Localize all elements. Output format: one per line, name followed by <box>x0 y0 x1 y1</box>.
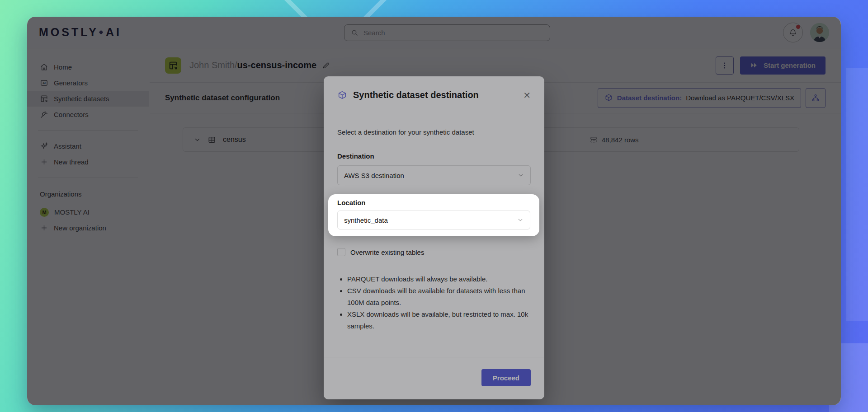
location-spotlight: Location synthetic_data <box>328 194 539 236</box>
page-background: MOSTLY AI <box>0 0 868 412</box>
location-select[interactable]: synthetic_data <box>337 211 530 229</box>
location-field-label: Location <box>337 199 530 206</box>
decorative-panel <box>846 68 868 321</box>
app-window: MOSTLY AI <box>27 17 841 405</box>
location-select-value: synthetic_data <box>344 216 388 224</box>
chevron-down-icon <box>517 217 524 223</box>
